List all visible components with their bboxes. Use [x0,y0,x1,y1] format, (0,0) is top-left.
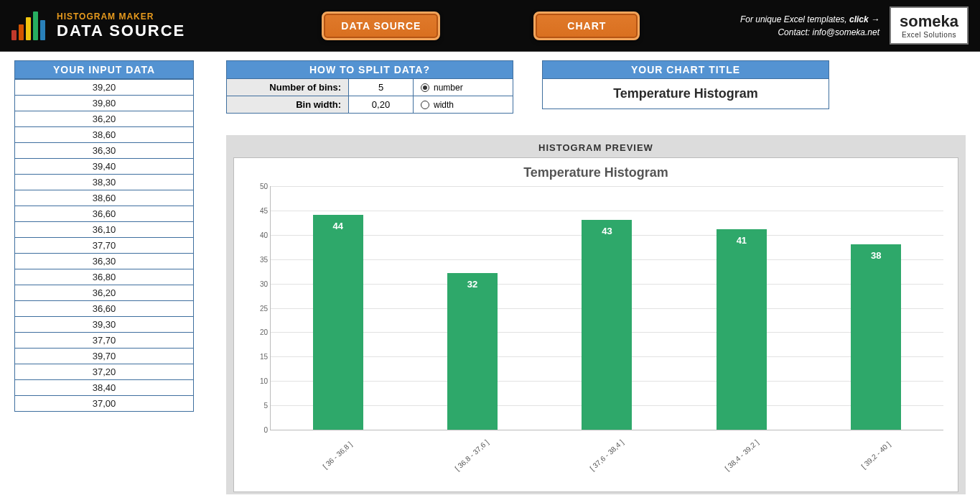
data-source-button[interactable]: DATA SOURCE [322,11,440,40]
radio-icon [421,101,429,109]
input-cell[interactable]: 39,70 [15,348,193,364]
chart-title-panel: YOUR CHART TITLE Temperature Histogram [542,60,829,114]
x-tick-label: [ 37,6 - 38,4 ] [585,435,627,475]
input-cell[interactable]: 39,40 [15,158,193,174]
chart-bar: 38 [851,244,901,430]
templates-blurb[interactable]: For unique Excel templates, click → [740,14,879,24]
chart-bar: 32 [447,273,498,430]
bar-value-label: 38 [851,250,901,261]
chart-plot-area: 4432434138 05101520253035404550 [270,186,943,430]
chart-title: Temperature Histogram [248,165,943,180]
chart-bar: 44 [313,215,363,430]
chart-button[interactable]: CHART [533,11,640,40]
y-tick-label: 50 [249,183,268,190]
input-cell[interactable]: 36,20 [15,111,193,126]
chart-bar: 43 [582,220,632,430]
input-cell[interactable]: 39,20 [15,79,193,95]
top-bar: HISTOGRAM MAKER DATA SOURCE DATA SOURCE … [0,0,980,52]
input-cell[interactable]: 38,30 [15,174,193,190]
split-panel: HOW TO SPLIT DATA? Number of bins: 5 num… [226,60,513,114]
brand-name: someka [900,12,958,30]
y-tick-label: 0 [249,426,268,434]
chart-x-labels: [ 36 - 36,8 ][ 36,8 - 37,6 ][ 37,6 - 38,… [270,430,943,481]
y-tick-label: 45 [249,206,268,214]
top-nav: DATA SOURCE CHART [322,11,640,40]
input-cell[interactable]: 36,30 [15,253,193,269]
input-cell[interactable]: 38,40 [15,379,193,395]
y-tick-label: 35 [249,255,268,263]
width-row: Bin width: 0,20 width [227,96,513,113]
histogram-preview-panel: HISTOGRAM PREVIEW Temperature Histogram … [226,135,966,494]
input-cell[interactable]: 36,30 [15,142,193,158]
bar-value-label: 43 [582,226,632,236]
input-cell[interactable]: 37,70 [15,332,193,348]
radio-icon [421,83,429,92]
y-tick-label: 40 [249,231,268,239]
x-tick-label: [ 39,2 - 40 ] [854,435,897,475]
right-column: HOW TO SPLIT DATA? Number of bins: 5 num… [226,60,966,494]
input-cell[interactable]: 38,60 [15,190,193,206]
brand-logo[interactable]: someka Excel Solutions [890,6,969,45]
input-data-table: 39,2039,8036,2038,6036,3039,4038,3038,60… [14,79,194,412]
x-tick-label: [ 36 - 36,8 ] [316,435,358,475]
input-cell[interactable]: 36,60 [15,206,193,221]
input-cell[interactable]: 37,70 [15,237,193,253]
input-cell[interactable]: 39,80 [15,95,193,111]
app-logo-icon [11,11,45,40]
app-title-big: DATA SOURCE [57,22,185,40]
y-tick-label: 15 [249,353,268,361]
x-tick-label: [ 36,8 - 37,6 ] [451,435,493,475]
input-cell[interactable]: 38,60 [15,126,193,142]
input-cell[interactable]: 36,60 [15,300,193,316]
input-cell[interactable]: 39,30 [15,316,193,332]
y-tick-label: 25 [249,304,268,312]
chart-title-input[interactable]: Temperature Histogram [542,79,829,109]
y-tick-label: 20 [249,328,268,336]
main-area: YOUR INPUT DATA 39,2039,8036,2038,6036,3… [0,52,980,503]
bins-radio-label: number [434,83,463,93]
app-title-block: HISTOGRAM MAKER DATA SOURCE [57,11,185,40]
bar-value-label: 41 [717,235,767,246]
bins-label: Number of bins: [227,79,349,96]
width-value[interactable]: 0,20 [349,96,414,113]
chart-title-heading: YOUR CHART TITLE [542,60,829,79]
y-tick-label: 5 [249,402,268,410]
brand-subtitle: Excel Solutions [900,31,958,39]
input-data-heading: YOUR INPUT DATA [14,60,194,79]
width-label: Bin width: [227,96,349,113]
bins-radio[interactable]: number [414,83,514,93]
x-tick-label: [ 38,4 - 39,2 ] [720,435,762,475]
y-tick-label: 10 [249,377,268,385]
input-cell[interactable]: 37,00 [15,395,193,411]
contact-blurb: Contact: info@someka.net [778,27,879,37]
input-cell[interactable]: 37,20 [15,364,193,379]
bins-row: Number of bins: 5 number [227,79,513,96]
chart-bar: 41 [717,229,767,430]
app-title-small: HISTOGRAM MAKER [57,11,185,22]
input-data-panel: YOUR INPUT DATA 39,2039,8036,2038,6036,3… [14,60,194,494]
input-cell[interactable]: 36,20 [15,285,193,300]
bar-value-label: 32 [447,279,498,290]
bar-value-label: 44 [313,221,363,231]
top-right-block: For unique Excel templates, click → Cont… [740,6,969,45]
input-cell[interactable]: 36,80 [15,269,193,285]
histogram-preview-heading: HISTOGRAM PREVIEW [233,142,958,157]
split-heading: HOW TO SPLIT DATA? [226,60,513,79]
bins-value[interactable]: 5 [349,79,414,96]
histogram-preview-body: Temperature Histogram 4432434138 0510152… [233,157,958,492]
input-cell[interactable]: 36,10 [15,221,193,237]
width-radio-label: width [434,100,454,110]
width-radio[interactable]: width [414,100,514,110]
y-tick-label: 30 [249,280,268,287]
